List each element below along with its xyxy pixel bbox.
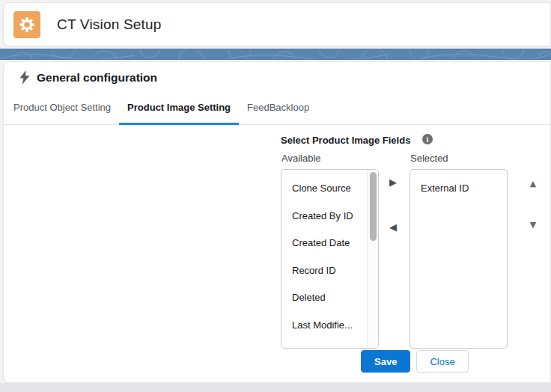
available-listbox[interactable]: Clone SourceCreated By IDCreated DateRec… — [281, 169, 379, 349]
move-down-icon[interactable]: ▼ — [527, 219, 539, 231]
list-item[interactable]: Clone Source — [281, 175, 378, 203]
save-button[interactable]: Save — [361, 350, 410, 373]
general-configuration-card: General configuration Product Object Set… — [3, 61, 551, 383]
page-title: CT Vision Setup — [57, 16, 162, 33]
section-title: General configuration — [37, 71, 157, 85]
setup-gear-icon — [13, 11, 40, 38]
scrollbar-thumb[interactable] — [370, 172, 377, 241]
selected-listbox[interactable]: External ID — [410, 169, 508, 349]
list-item[interactable]: Record ID — [281, 257, 378, 285]
section-header: General configuration — [19, 70, 157, 85]
selected-items: External ID — [410, 175, 507, 203]
brand-banner — [0, 49, 551, 60]
tab-feedbackloop[interactable]: FeedBackloop — [239, 102, 317, 125]
selected-label: Selected — [410, 153, 448, 164]
app-header: CT Vision Setup — [3, 2, 551, 46]
available-scrollbar[interactable] — [367, 170, 378, 348]
list-item[interactable]: Deleted — [281, 284, 378, 312]
move-left-icon[interactable]: ◀ — [387, 221, 399, 233]
tab-product-object-setting[interactable]: Product Object Setting — [5, 102, 119, 125]
available-items: Clone SourceCreated By IDCreated DateRec… — [281, 175, 378, 339]
button-row: Save Close — [361, 350, 469, 373]
list-item[interactable]: Created Date — [281, 230, 378, 257]
close-button[interactable]: Close — [416, 350, 468, 373]
lightning-bolt-icon — [19, 70, 31, 85]
list-item[interactable]: External ID — [410, 175, 507, 203]
available-label: Available — [281, 153, 321, 164]
page-background-strip — [0, 383, 551, 392]
tab-product-image-setting[interactable]: Product Image Setting — [119, 102, 239, 125]
info-icon[interactable]: i — [422, 134, 433, 144]
list-item[interactable]: Last Modifie... — [281, 312, 378, 340]
tab-bar: Product Object Setting Product Image Set… — [4, 97, 550, 125]
move-up-icon[interactable]: ▲ — [527, 178, 539, 190]
select-product-image-fields-label: Select Product Image Fields — [281, 135, 410, 146]
list-item[interactable]: Created By ID — [281, 203, 378, 230]
move-right-icon[interactable]: ▶ — [387, 177, 399, 189]
ct-vision-setup-page: CT Vision Setup — [0, 0, 551, 392]
